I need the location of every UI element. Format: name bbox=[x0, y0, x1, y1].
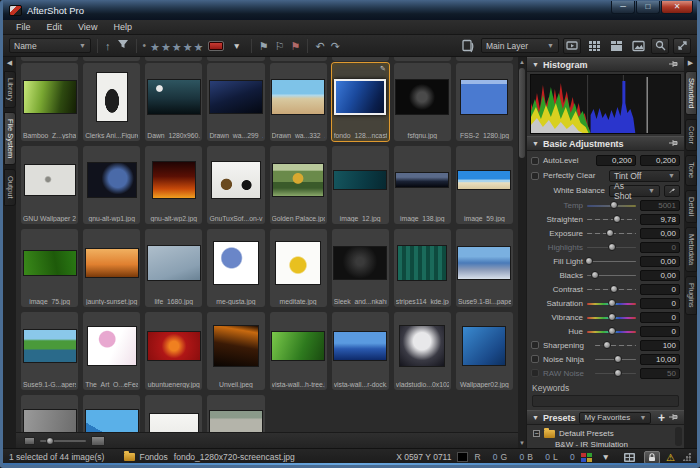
add-preset-button[interactable]: + bbox=[658, 411, 665, 425]
thumbnail-image[interactable] bbox=[461, 80, 507, 114]
raw-noise-value[interactable]: 50 bbox=[640, 368, 680, 379]
thumbnail-cell[interactable]: me-gusta.jpg bbox=[207, 229, 264, 307]
thumbnail-image[interactable] bbox=[334, 79, 386, 115]
sharpening-slider[interactable] bbox=[595, 340, 636, 350]
thumb-size-handle[interactable] bbox=[46, 437, 54, 445]
tab-detail[interactable]: Detail bbox=[685, 190, 697, 223]
tab-library[interactable]: Library bbox=[4, 71, 16, 108]
resize-grip[interactable] bbox=[683, 453, 691, 461]
vibrance-handle[interactable] bbox=[608, 313, 616, 321]
menu-item-help[interactable]: Help bbox=[106, 21, 139, 33]
preset-item[interactable]: B&W - IR Simulation bbox=[533, 439, 674, 448]
collapse-triangle-icon[interactable]: ▼ bbox=[532, 414, 539, 421]
noise-ninja-handle[interactable] bbox=[614, 355, 622, 363]
flag-icon[interactable]: ⚑ bbox=[258, 39, 270, 53]
thumbnail-image[interactable] bbox=[396, 80, 448, 114]
thumbnail-cell[interactable]: Unveil.jpeg bbox=[207, 312, 264, 390]
blacks-handle[interactable] bbox=[591, 271, 599, 279]
thumbnail-image[interactable] bbox=[153, 162, 195, 198]
presets-scrollbar[interactable] bbox=[675, 427, 682, 446]
thumbnail-image[interactable] bbox=[458, 247, 510, 279]
thumbnail-cell[interactable]: FSS-2_1280.jpg bbox=[456, 63, 513, 141]
thumbnail-cell[interactable]: Drawn_wa...299_.jpg bbox=[207, 63, 264, 141]
layers-icon[interactable] bbox=[459, 38, 477, 54]
straighten-handle[interactable] bbox=[613, 215, 621, 223]
thumbnail-cell[interactable]: vista-wall...r-dock.jpg bbox=[332, 312, 389, 390]
thumbnail-cell[interactable]: Suse9.1-G...apers.jpg bbox=[21, 312, 78, 390]
rating-star-icon[interactable]: ★ bbox=[183, 41, 194, 53]
thumbnail-cell[interactable]: ubuntuenergy.jpg bbox=[145, 312, 202, 390]
autolevel-checkbox[interactable] bbox=[531, 157, 539, 165]
thumbnail-cell[interactable]: gnu-alt-wp1.jpg bbox=[83, 146, 140, 224]
thumbnail-image[interactable] bbox=[400, 326, 444, 366]
tab-plugins[interactable]: Plugins bbox=[685, 276, 697, 315]
thumbnail-image[interactable] bbox=[148, 332, 200, 360]
color-label-dropdown-icon[interactable]: ▼ bbox=[228, 38, 244, 53]
fullscreen-icon[interactable] bbox=[673, 38, 691, 54]
thumbnail-image[interactable] bbox=[334, 171, 386, 189]
browse-view-icon[interactable] bbox=[607, 38, 625, 54]
sharpening-checkbox[interactable] bbox=[531, 341, 539, 349]
fill-light-slider[interactable] bbox=[587, 256, 636, 266]
vibrance-value[interactable]: 0 bbox=[640, 312, 680, 323]
tab-color[interactable]: Color bbox=[685, 119, 697, 151]
presets-filter-select[interactable]: My Favorites ▼ bbox=[579, 412, 651, 424]
thumbnail-cell[interactable]: jaunty-sunset.jpg bbox=[83, 229, 140, 307]
tab-standard[interactable]: Standard bbox=[685, 71, 697, 115]
sharpening-value[interactable]: 100 bbox=[640, 340, 680, 351]
thumbnail-cell[interactable]: ✎fondo_128...ncast.jpg bbox=[332, 63, 389, 141]
saturation-handle[interactable] bbox=[608, 299, 616, 307]
thumbnail-cell[interactable]: Drawn_wa...332_.jpg bbox=[270, 63, 327, 141]
current-folder[interactable]: Fondos bbox=[124, 452, 167, 462]
pin-icon[interactable] bbox=[669, 139, 679, 149]
menu-item-edit[interactable]: Edit bbox=[40, 21, 70, 33]
thumbnail-cell[interactable]: image_12.jpg bbox=[332, 146, 389, 224]
thumbnail-cell[interactable]: Wallpaper02.jpg bbox=[456, 312, 513, 390]
raw-noise-slider[interactable] bbox=[595, 368, 636, 378]
thumbnail-image[interactable] bbox=[97, 73, 127, 121]
layer-select[interactable]: Main Layer ▼ bbox=[481, 38, 559, 53]
thumbnail-cell[interactable]: Dawn_1280x960.jpg bbox=[145, 63, 202, 141]
keywords-input[interactable] bbox=[532, 395, 679, 407]
tab-output[interactable]: Output bbox=[4, 169, 16, 206]
thumbnail-image[interactable] bbox=[398, 246, 446, 280]
autolevel-white-value[interactable]: 0,200 bbox=[640, 155, 680, 166]
perfectly-clear-checkbox[interactable] bbox=[531, 172, 539, 180]
thumbnail-cell[interactable]: Clerks Ani...Figure.jpg bbox=[83, 63, 140, 141]
highlights-value[interactable]: 0 bbox=[640, 242, 680, 253]
thumbnail-image[interactable] bbox=[214, 326, 258, 366]
rating-star-icon[interactable]: ★ bbox=[194, 41, 205, 53]
thumbnail-image[interactable] bbox=[463, 327, 505, 365]
presets-header[interactable]: ▼ Presets My Favorites ▼ + bbox=[527, 410, 684, 425]
blacks-slider[interactable] bbox=[587, 270, 636, 280]
scrollbar-thumb[interactable] bbox=[519, 68, 525, 158]
autolevel-black-value[interactable]: 0,200 bbox=[596, 155, 636, 166]
flag-reject-icon[interactable]: ⚑ bbox=[290, 39, 302, 53]
basic-adjustments-header[interactable]: ▼ Basic Adjustments bbox=[527, 136, 684, 151]
thumbnail-cell[interactable]: image_59.jpg bbox=[456, 146, 513, 224]
thumbnail-cell[interactable]: image_75.jpg bbox=[21, 229, 78, 307]
thumbnail-cell[interactable]: image_138.jpg bbox=[394, 146, 451, 224]
hue-value[interactable]: 0 bbox=[640, 326, 680, 337]
thumbnail-cell[interactable]: Sleek_and...nkahn.jpg bbox=[332, 229, 389, 307]
close-button[interactable]: ✕ bbox=[661, 1, 693, 14]
saturation-value[interactable]: 0 bbox=[640, 298, 680, 309]
thumbnail-image[interactable] bbox=[214, 242, 258, 284]
thumbnail-cell[interactable]: Golden Palace.jpg bbox=[270, 146, 327, 224]
thumb-size-slider[interactable] bbox=[40, 440, 86, 442]
thumbnail-cell[interactable]: gnu-alt-wp2.jpg bbox=[145, 146, 202, 224]
sort-direction-icon[interactable]: ↑ bbox=[104, 39, 112, 53]
scroll-up-icon[interactable]: ▲ bbox=[519, 58, 525, 66]
collapse-left-panel-icon[interactable]: ◀ bbox=[7, 59, 12, 69]
color-label-swatch[interactable] bbox=[208, 41, 224, 51]
thumbnail-image[interactable] bbox=[210, 81, 262, 113]
rotate-left-icon[interactable]: ↶ bbox=[314, 39, 325, 53]
thumbnail-cell[interactable]: vista-wall...h-tree.jpg bbox=[270, 312, 327, 390]
temp-handle[interactable] bbox=[610, 201, 618, 209]
thumbnail-image[interactable] bbox=[458, 171, 510, 189]
tab-file-system[interactable]: File System bbox=[4, 112, 16, 165]
raw-noise-handle[interactable] bbox=[614, 369, 622, 377]
maximize-button[interactable]: □ bbox=[636, 1, 660, 14]
preset-folder-row[interactable]: − Default Presets bbox=[533, 428, 674, 439]
fill-light-handle[interactable] bbox=[585, 257, 593, 265]
